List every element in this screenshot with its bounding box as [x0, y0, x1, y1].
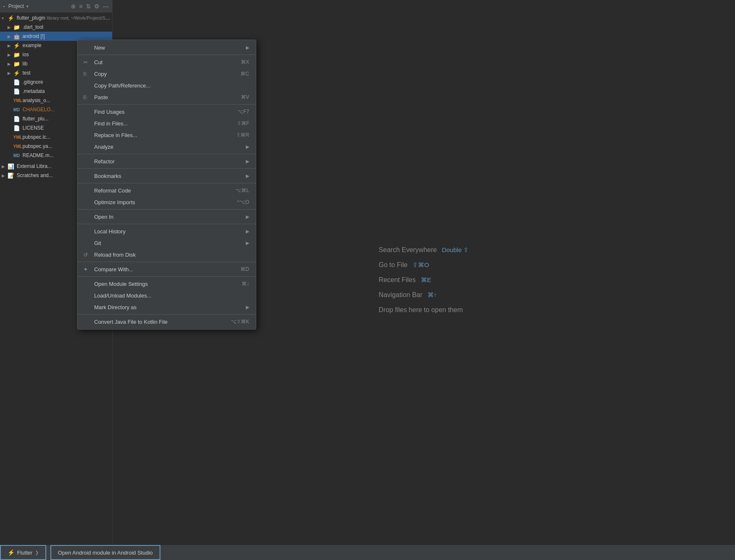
new-arrow: ▶ — [246, 45, 249, 50]
paste-icon: ⎘ — [83, 94, 91, 100]
open-module-label: Open Module Settings — [94, 281, 148, 287]
hint-go-to-file: Go to File ⇧⌘O — [379, 261, 429, 269]
android-studio-button[interactable]: Open Android module in Android Studio — [50, 545, 160, 560]
metadata-label: .metadata — [22, 88, 45, 94]
panel-dropdown-icon[interactable]: ▾ — [26, 4, 29, 9]
external-icon: 📊 — [8, 163, 15, 170]
sort-icon[interactable]: ⇅ — [86, 3, 91, 10]
open-in-label: Open In — [94, 214, 113, 220]
separator-3 — [78, 154, 256, 154]
menu-item-paste[interactable]: ⎘ Paste ⌘V — [78, 91, 256, 103]
android-arrow: ▶ — [8, 34, 13, 39]
separator-9 — [78, 276, 256, 277]
menu-item-replace-in-files[interactable]: Replace in Files... ⇧⌘R — [78, 129, 256, 141]
load-unload-label: Load/Unload Modules... — [94, 292, 151, 299]
hint-drop-files: Drop files here to open them — [379, 306, 463, 314]
menu-item-refactor[interactable]: Refactor ▶ — [78, 155, 256, 167]
panel-title: Project — [8, 3, 24, 9]
pubspec-ya-icon: YML — [13, 144, 21, 149]
menu-item-replace-in-files-left: Replace in Files... — [83, 132, 137, 138]
menu-item-copy[interactable]: ⎘ Copy ⌘C — [78, 68, 256, 80]
menu-item-find-usages-left: Find Usages — [83, 109, 125, 115]
tree-item-dart-tool[interactable]: ▶ 📁 .dart_tool — [0, 22, 112, 32]
bookmarks-label: Bookmarks — [94, 173, 121, 179]
recent-files-label: Recent Files — [379, 276, 416, 284]
menu-item-new-left: New — [83, 45, 105, 51]
settings-icon[interactable]: ⚙ — [94, 3, 100, 10]
go-to-file-key: ⇧⌘O — [412, 261, 429, 269]
reformat-code-label: Reformat Code — [94, 188, 131, 194]
menu-item-open-module-left: Open Module Settings — [83, 281, 148, 287]
menu-item-mark-directory[interactable]: Mark Directory as ▶ — [78, 301, 256, 313]
dart-tool-label: .dart_tool — [22, 24, 43, 30]
separator-2 — [78, 104, 256, 105]
replace-in-files-shortcut: ⇧⌘R — [236, 132, 249, 138]
scratches-label: Scratches and... — [17, 172, 53, 178]
menu-item-open-in-left: Open In — [83, 214, 113, 220]
menu-item-local-history[interactable]: Local History ▶ — [78, 225, 256, 237]
list-icon[interactable]: ≡ — [79, 3, 82, 10]
locate-icon[interactable]: ⊕ — [71, 3, 76, 10]
navigation-bar-label: Navigation Bar — [379, 291, 422, 299]
menu-item-bookmarks[interactable]: Bookmarks ▶ — [78, 170, 256, 182]
android-label: android [!] — [22, 33, 45, 39]
menu-item-compare-with[interactable]: ✦ Compare With... ⌘D — [78, 263, 256, 275]
metadata-icon: 📄 — [13, 88, 21, 95]
menu-item-reformat-code[interactable]: Reformat Code ⌥⌘L — [78, 185, 256, 196]
menu-item-cut[interactable]: ✂ Cut ⌘X — [78, 56, 256, 68]
menu-item-copy-left: ⎘ Copy — [83, 71, 107, 77]
minimize-icon[interactable]: — — [103, 3, 109, 10]
menu-item-convert-java[interactable]: Convert Java File to Kotlin File ⌥⇧⌘K — [78, 316, 256, 328]
menu-item-load-unload[interactable]: Load/Unload Modules... — [78, 290, 256, 301]
reformat-code-shortcut: ⌥⌘L — [235, 188, 249, 193]
separator-7 — [78, 224, 256, 224]
menu-item-analyze[interactable]: Analyze ▶ — [78, 141, 256, 152]
android-icon: 🤖 — [13, 33, 21, 40]
menu-item-copy-path[interactable]: Copy Path/Reference... — [78, 80, 256, 91]
separator-8 — [78, 262, 256, 262]
menu-item-optimize-imports[interactable]: Optimize Imports ^⌥O — [78, 196, 256, 208]
menu-item-git-left: Git — [83, 240, 101, 246]
ios-label: ios — [22, 52, 29, 58]
menu-item-paste-left: ⎘ Paste — [83, 94, 108, 100]
menu-item-reload-from-disk[interactable]: ↺ Reload from Disk — [78, 249, 256, 260]
reload-label: Reload from Disk — [94, 252, 136, 258]
dart-tool-arrow: ▶ — [8, 25, 13, 30]
menu-item-find-usages[interactable]: Find Usages ⌥F7 — [78, 106, 256, 118]
local-history-arrow: ▶ — [246, 229, 249, 234]
menu-item-reformat-code-left: Reformat Code — [83, 188, 131, 194]
test-icon: ⚡ — [13, 70, 21, 76]
license-icon: 📄 — [13, 125, 21, 131]
compare-with-shortcut: ⌘D — [240, 266, 249, 272]
menu-item-new[interactable]: New ▶ — [78, 42, 256, 53]
panel-window-icon: ▪ — [3, 4, 5, 9]
menu-item-open-in[interactable]: Open In ▶ — [78, 211, 256, 222]
compare-with-label: Compare With... — [94, 266, 133, 272]
context-menu: New ▶ ✂ Cut ⌘X ⎘ Copy ⌘C Copy Path/Refer… — [77, 40, 256, 330]
ios-icon: 📁 — [13, 52, 21, 58]
menu-item-git[interactable]: Git ▶ — [78, 237, 256, 249]
replace-in-files-label: Replace in Files... — [94, 132, 137, 138]
flutter-button[interactable]: ⚡ Flutter ❯ — [0, 545, 46, 560]
flutter-arrow: ❯ — [35, 550, 39, 555]
recent-files-key: ⌘E — [421, 276, 431, 284]
drop-files-label: Drop files here to open them — [379, 306, 463, 314]
git-label: Git — [94, 240, 101, 246]
menu-item-bookmarks-left: Bookmarks — [83, 173, 121, 179]
hint-navigation-bar: Navigation Bar ⌘↑ — [379, 291, 437, 299]
menu-item-copy-path-left: Copy Path/Reference... — [83, 82, 150, 89]
bottom-bar: ⚡ Flutter ❯ Open Android module in Andro… — [0, 545, 735, 560]
separator-4 — [78, 168, 256, 169]
menu-item-find-in-files[interactable]: Find in Files... ⇧⌘F — [78, 118, 256, 129]
menu-item-analyze-left: Analyze — [83, 144, 113, 150]
menu-item-convert-java-left: Convert Java File to Kotlin File — [83, 319, 168, 325]
flutter-label: Flutter — [17, 550, 32, 556]
changelog-icon: MD — [13, 108, 21, 112]
local-history-label: Local History — [94, 228, 125, 235]
menu-item-refactor-left: Refactor — [83, 158, 115, 165]
lib-arrow: ▶ — [8, 62, 13, 66]
open-module-shortcut: ⌘↓ — [242, 281, 249, 287]
panel-icons: ⊕ ≡ ⇅ ⚙ — — [71, 3, 109, 10]
menu-item-open-module-settings[interactable]: Open Module Settings ⌘↓ — [78, 278, 256, 290]
tree-root[interactable]: ▾ ⚡ flutter_plugin library root, ~/Work/… — [0, 13, 112, 22]
